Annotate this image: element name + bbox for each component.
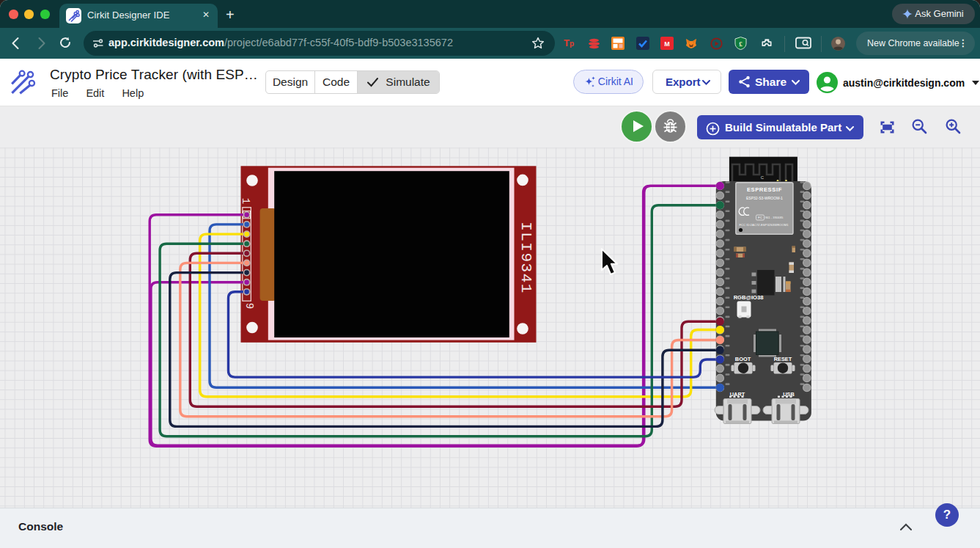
svg-text:RGB@IO38: RGB@IO38 [734,294,764,301]
svg-text:USB: USB [783,391,795,398]
svg-text:9: 9 [243,303,255,309]
svg-text:FCC ID:2AC7Z-ESP32S3WROOM1: FCC ID:2AC7Z-ESP32S3WROOM1 [739,223,789,227]
svg-text:ESP32-S3-WROOM-1: ESP32-S3-WROOM-1 [746,196,783,200]
svg-text:FC: FC [758,216,762,219]
svg-text:M: M [664,40,670,48]
svg-text:ESPRESSIF: ESPRESSIF [747,186,782,193]
svg-text:ILI9341: ILI9341 [517,222,534,294]
svg-text:961 - 390685: 961 - 390685 [765,216,784,219]
svg-text:C: C [761,175,765,180]
svg-text:BOOT: BOOT [735,356,751,362]
svg-text:RESET: RESET [774,356,792,362]
svg-text:1: 1 [240,198,251,204]
svg-text:£: £ [739,40,743,48]
